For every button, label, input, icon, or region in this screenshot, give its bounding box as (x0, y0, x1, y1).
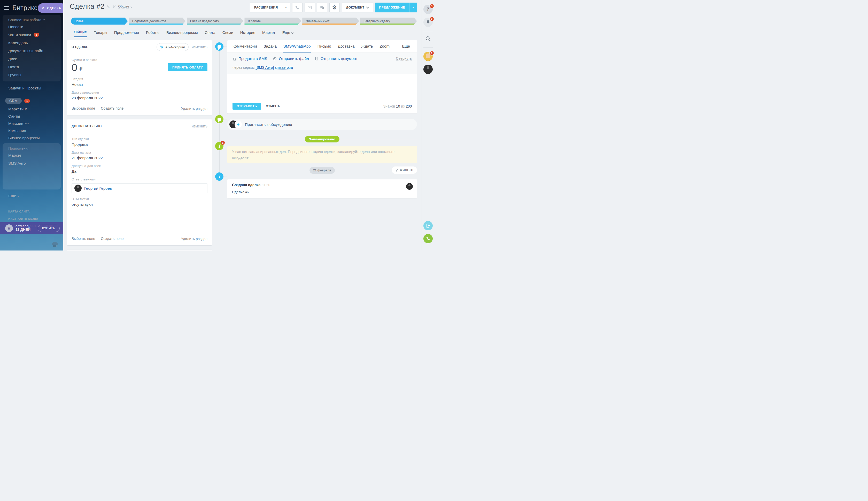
extensions-button[interactable]: РАСШИРЕНИЯ ▼ (250, 3, 290, 12)
sms-sales-link[interactable]: Продажи в SMS (232, 56, 267, 61)
funnel-scope-select[interactable]: Общее (118, 4, 129, 9)
call-button[interactable] (292, 3, 303, 12)
proposal-button[interactable]: ПРЕДЛОЖЕНИЕ ▼ (375, 3, 417, 12)
sidebar-item-tasks[interactable]: Задачи и Проекты (0, 84, 63, 92)
currency-value[interactable]: ₽ (79, 66, 83, 72)
stage-new[interactable]: Новая (71, 18, 128, 24)
tab-products[interactable]: Товары (94, 30, 107, 37)
tab-general[interactable]: Общие (74, 30, 87, 37)
select-field-link[interactable]: Выбрать поле (72, 236, 95, 241)
send-file-link[interactable]: Отправить файл (273, 56, 309, 61)
delete-section-link[interactable]: Удалить раздел (181, 237, 207, 241)
responsible-name-link[interactable]: Георгий Героев (84, 186, 112, 191)
tab-zoom[interactable]: Zoom (380, 40, 389, 53)
ai-scoring-button[interactable]: AI24-скоринг (156, 43, 189, 51)
sidebar-item-bizproc[interactable]: Бизнес-процессы (0, 135, 63, 142)
sitemap-link[interactable]: КАРТА САЙТА (0, 208, 63, 215)
tab-market[interactable]: Маркет (262, 30, 275, 37)
send-button[interactable]: ОТПРАВИТЬ (232, 103, 261, 110)
assistant-avatar[interactable]: 1 (424, 52, 433, 61)
document-button[interactable]: ДОКУМЕНТ (342, 3, 373, 12)
filter-button[interactable]: ФИЛЬТР (392, 167, 417, 174)
create-field-link[interactable]: Создать поле (101, 106, 123, 111)
tab-sms-whatsapp[interactable]: SMS/WhatsApp (283, 40, 311, 53)
notifications-button[interactable]: 2 (424, 18, 433, 27)
stage-value[interactable]: Новая (72, 82, 207, 87)
tab-wait[interactable]: Ждать (361, 40, 373, 53)
deal-slider-pill[interactable]: ✕ СДЕЛКА (38, 3, 63, 13)
user-avatar[interactable] (424, 65, 433, 74)
configure-menu-link[interactable]: НАСТРОИТЬ МЕНЮ (0, 215, 63, 222)
tab-relations[interactable]: Связи (222, 30, 233, 37)
deal-type-value[interactable]: Продажа (72, 142, 207, 147)
link-icon[interactable] (112, 4, 116, 9)
sms-message-input[interactable] (227, 74, 417, 99)
extensions-dropdown-arrow[interactable]: ▼ (282, 3, 290, 12)
close-icon[interactable]: ✕ (41, 6, 45, 10)
sidebar-item-sites[interactable]: Сайты (0, 113, 63, 120)
select-field-link[interactable]: Выбрать поле (72, 106, 95, 111)
close-date-value[interactable]: 28 февраля 2022 (72, 96, 207, 100)
edit-additional-link[interactable]: изменить (192, 124, 207, 128)
send-document-link[interactable]: Отправить документ (315, 56, 358, 61)
search-button[interactable] (425, 35, 431, 43)
sidebar-more[interactable]: Ещё▾ (8, 194, 63, 198)
sidebar-item-mail[interactable]: Почта (3, 63, 61, 71)
tab-email[interactable]: Письмо (318, 40, 331, 53)
stage-in-progress[interactable]: В работе (244, 18, 301, 24)
email-button[interactable] (305, 3, 315, 12)
sidebar-group-collab-header[interactable]: Совместная работа⌃ (3, 16, 61, 23)
sidebar-item-smsaero[interactable]: SMS Aero (3, 159, 61, 167)
deal-created-event[interactable]: Создана сделка11:50 Сделка #2 (227, 179, 417, 198)
tab-bizproc[interactable]: Бизнес-процессы (166, 30, 198, 37)
telephony-button[interactable] (424, 234, 433, 247)
sidebar-item-docs[interactable]: Документы Онлайн (3, 47, 61, 55)
tab-more[interactable]: Еще (402, 40, 412, 53)
create-field-link[interactable]: Создать поле (101, 236, 123, 241)
menu-burger-icon[interactable] (4, 6, 9, 10)
tab-history[interactable]: История (240, 30, 255, 37)
tab-comment[interactable]: Комментарий (232, 40, 257, 53)
chat-button[interactable] (317, 3, 327, 12)
sidebar-item-groups[interactable]: Группы (3, 71, 61, 79)
available-value[interactable]: Да (72, 169, 207, 173)
start-date-value[interactable]: 21 февраля 2022 (72, 156, 207, 160)
tab-invoices[interactable]: Счета (205, 30, 215, 37)
sidebar-item-shop[interactable]: Магазинbeta (0, 120, 63, 127)
sidebar-item-calendar[interactable]: Календарь (3, 39, 61, 47)
tab-task[interactable]: Задача (264, 40, 276, 53)
tab-delivery[interactable]: Доставка (338, 40, 354, 53)
collapse-link[interactable]: Свернуть (396, 56, 412, 61)
tab-robots[interactable]: Роботы (146, 30, 160, 37)
sidebar-item-disk[interactable]: Диск (3, 55, 61, 63)
invite-discussion-row[interactable]: + Пригласить к обсуждению (227, 119, 417, 130)
amount-value[interactable]: 0 (72, 62, 77, 73)
buy-button[interactable]: КУПИТЬ (38, 225, 60, 232)
proposal-dropdown-arrow[interactable]: ▼ (409, 3, 417, 12)
sidebar-item-chat[interactable]: Чат и звонки1 (3, 31, 61, 39)
edit-title-icon[interactable]: ✎ (107, 5, 110, 9)
sms-service-link[interactable]: [SMS Aero] smsaero.ru (255, 65, 293, 70)
delete-section-link[interactable]: Удалить раздел (181, 107, 207, 111)
sidebar-item-news[interactable]: Новости (3, 23, 61, 31)
edit-about-link[interactable]: изменить (192, 45, 207, 49)
printer-icon[interactable] (52, 242, 58, 247)
tab-more[interactable]: Еще (282, 30, 294, 37)
sidebar-item-market[interactable]: Маркет (3, 151, 61, 159)
sidebar-item-crm[interactable]: CRM 1 (5, 98, 63, 104)
stage-prepay-invoice[interactable]: Счёт на предоплату (187, 18, 244, 24)
accept-payment-button[interactable]: ПРИНЯТЬ ОПЛАТУ (168, 63, 207, 71)
sidebar-item-marketing[interactable]: Маркетинг (0, 106, 63, 113)
cancel-button[interactable]: ОТМЕНА (266, 105, 280, 108)
mobile-app-button[interactable] (424, 221, 433, 230)
date-chip[interactable]: 21 февраля (309, 167, 335, 174)
help-button[interactable]: ? 3 (424, 5, 433, 14)
settings-button[interactable]: ⚙ (329, 3, 340, 12)
stage-close-deal[interactable]: Завершить сделку (360, 18, 417, 24)
sidebar-group-apps-header[interactable]: Приложения⌃ (3, 145, 61, 151)
timeline-connector (219, 48, 220, 177)
sidebar-item-company[interactable]: Компания (0, 127, 63, 135)
tab-quotes[interactable]: Предложения (114, 30, 139, 37)
stage-final-invoice[interactable]: Финальный счёт (302, 18, 359, 24)
stage-docs-preparation[interactable]: Подготовка документов (129, 18, 186, 24)
